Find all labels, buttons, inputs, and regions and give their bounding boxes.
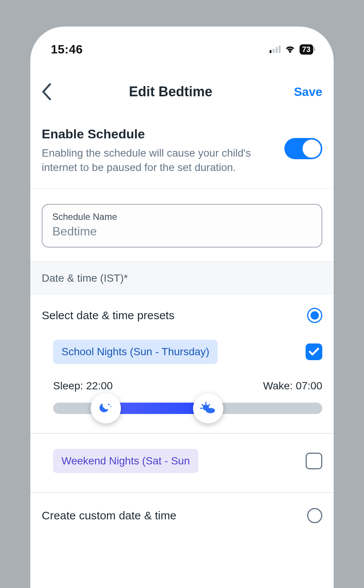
back-button[interactable] <box>42 83 64 100</box>
enable-section: Enable Schedule Enabling the schedule wi… <box>30 111 334 189</box>
svg-point-0 <box>108 404 110 405</box>
school-chip[interactable]: School Nights (Sun - Thursday) <box>53 340 218 364</box>
svg-point-3 <box>206 408 215 413</box>
bedtime-slider[interactable] <box>42 403 322 414</box>
presets-label: Select date & time presets <box>42 309 174 322</box>
cellular-icon <box>270 45 281 53</box>
name-section: Schedule Name Bedtime <box>30 189 334 262</box>
presets-row[interactable]: Select date & time presets <box>30 295 334 336</box>
sleep-time-label: Sleep: 22:00 <box>53 380 113 392</box>
enable-desc: Enabling the schedule will cause your ch… <box>42 146 277 175</box>
schedule-name-input[interactable]: Schedule Name Bedtime <box>42 204 322 248</box>
battery-icon: 73 <box>300 44 313 55</box>
school-preset: School Nights (Sun - Thursday) Sleep: 22… <box>30 336 334 434</box>
datetime-subheader: Date & time (IST)* <box>30 262 334 295</box>
schedule-name-value: Bedtime <box>52 224 312 238</box>
custom-row[interactable]: Create custom date & time <box>30 493 334 538</box>
school-checkbox[interactable] <box>306 343 322 360</box>
status-time: 15:46 <box>51 42 83 56</box>
wake-time-label: Wake: 07:00 <box>263 380 322 392</box>
svg-point-1 <box>110 406 111 407</box>
status-icons: 73 <box>270 44 313 55</box>
wifi-icon <box>284 45 296 53</box>
save-button[interactable]: Save <box>277 85 322 99</box>
weekend-checkbox[interactable] <box>306 453 322 469</box>
presets-radio[interactable] <box>307 308 322 323</box>
custom-radio[interactable] <box>307 508 322 523</box>
weekend-preset: Weekend Nights (Sat - Sun <box>30 434 334 493</box>
page-title: Edit Bedtime <box>129 84 212 100</box>
phone-frame: 15:46 73 Edit Bedtime Save Enable Schedu… <box>30 27 334 588</box>
custom-label: Create custom date & time <box>42 509 176 522</box>
nav-bar: Edit Bedtime Save <box>30 61 334 111</box>
sleep-handle[interactable] <box>91 393 121 423</box>
wake-handle[interactable] <box>193 393 223 423</box>
enable-toggle[interactable] <box>284 138 322 159</box>
enable-title: Enable Schedule <box>42 127 277 141</box>
status-bar: 15:46 73 <box>30 27 334 61</box>
weekend-chip[interactable]: Weekend Nights (Sat - Sun <box>53 449 198 473</box>
schedule-name-label: Schedule Name <box>52 212 312 222</box>
